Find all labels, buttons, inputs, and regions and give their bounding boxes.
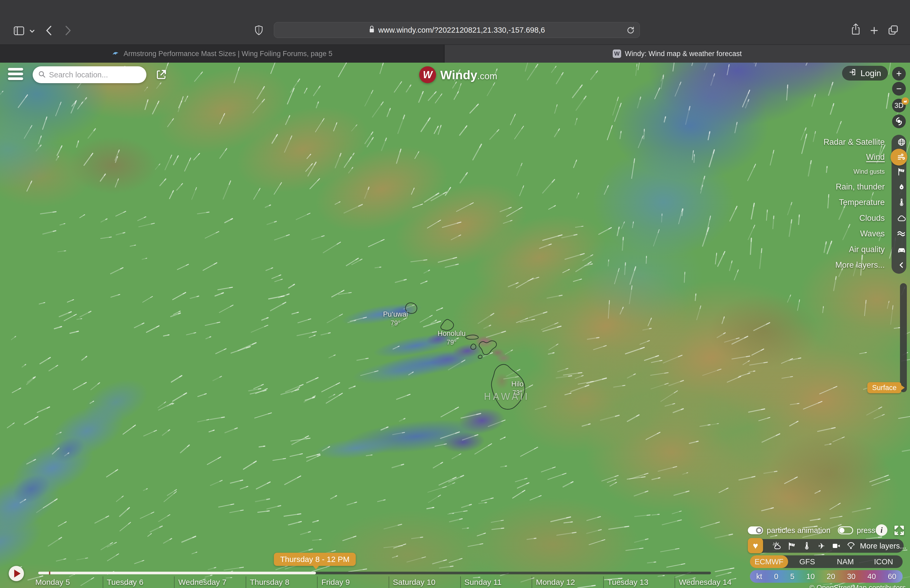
premium-crown-icon	[902, 97, 909, 105]
login-icon	[849, 68, 857, 78]
wave-favicon-icon	[112, 50, 120, 58]
forward-button[interactable]	[65, 25, 72, 36]
scale-tick: 5	[790, 572, 794, 581]
login-button[interactable]: Login	[842, 66, 888, 81]
tabs-overview-icon[interactable]	[888, 25, 899, 35]
layer-item-more-layers[interactable]: More layers...	[742, 258, 910, 272]
timeline-days: Monday 5Tuesday 6Wednesday 7Thursday 8Fr…	[32, 577, 746, 588]
video-camera-icon[interactable]	[829, 539, 844, 553]
timeline-day[interactable]: Sunday 11	[460, 577, 532, 588]
refresh-icon[interactable]	[626, 26, 635, 34]
back-button[interactable]	[45, 25, 52, 36]
model-button-icon[interactable]: ICON	[865, 556, 903, 568]
particles-animation-toggle[interactable]	[748, 527, 763, 534]
paraglider-icon[interactable]	[844, 539, 858, 553]
search-input[interactable]	[49, 71, 148, 79]
windy-favicon-icon: W	[613, 50, 621, 58]
cloud-icon	[897, 213, 907, 223]
layer-item-wind[interactable]: Wind	[742, 150, 910, 164]
layer-label: Temperature	[839, 195, 885, 209]
tab-strip: Armstrong Performance Mast Sizes | Wing …	[0, 45, 910, 63]
windsock-icon[interactable]	[785, 539, 799, 553]
pressure-toggle[interactable]	[838, 527, 853, 534]
model-button-gfs[interactable]: GFS	[788, 556, 826, 568]
timeline-selected-time[interactable]: Thursday 8 - 12 PM	[274, 553, 356, 566]
layer-item-waves[interactable]: Waves	[742, 227, 910, 241]
car-icon	[897, 244, 907, 255]
thermometer-icon[interactable]	[799, 539, 814, 553]
timeline-day[interactable]: Wednesday 14	[675, 577, 746, 588]
scale-tick: 60	[888, 572, 896, 581]
layer-label: Wind	[866, 150, 885, 164]
more-layers-link[interactable]: More layers...	[860, 542, 906, 550]
layer-item-rain-thunder[interactable]: Rain, thunder	[742, 180, 910, 194]
zoom-in-button[interactable]: +	[892, 67, 906, 81]
tab-forum[interactable]: Armstrong Performance Mast Sizes | Wing …	[0, 45, 444, 63]
new-tab-icon[interactable]	[870, 26, 879, 35]
timeline-day[interactable]: Saturday 10	[389, 577, 460, 588]
zoom-out-button[interactable]: −	[892, 82, 906, 95]
timeline-day[interactable]: Tuesday 13	[603, 577, 675, 588]
model-button-nam[interactable]: NAM	[826, 556, 865, 568]
timeline-day[interactable]: Monday 5	[32, 577, 103, 588]
share-link-icon[interactable]	[155, 68, 168, 82]
lock-icon	[369, 25, 375, 35]
forecast-model-selector: ECMWFGFSNAMICON	[750, 556, 903, 568]
quick-layer-bar: ✈ More layers...	[755, 539, 904, 553]
privacy-shield-icon[interactable]	[254, 25, 263, 36]
windy-logo[interactable]: W Windy.com	[419, 66, 497, 83]
altitude-surface-chip[interactable]: Surface	[867, 382, 901, 393]
layer-label: Radar & Satellite	[823, 135, 885, 149]
timeline-day[interactable]: Wednesday 7	[174, 577, 246, 588]
sidebar-toggle-icon[interactable]	[14, 26, 24, 35]
tab-title: Windy: Wind map & weather forecast	[625, 50, 742, 58]
timeline-elapsed	[38, 572, 316, 574]
layer-label: Wind gusts	[853, 165, 885, 178]
partly-cloudy-icon[interactable]	[770, 539, 785, 553]
layer-label: Air quality	[849, 243, 885, 256]
menu-button[interactable]	[8, 68, 23, 80]
browser-toolbar: www.windy.com/?2022120821,21.330,-157.69…	[0, 0, 910, 45]
map-area: Pu‘uwai79° Honolulu79° Hilo73° HAWAII W …	[0, 63, 910, 588]
layer-item-air-quality[interactable]: Air quality	[742, 243, 910, 256]
place-label: Honolulu79°	[432, 329, 471, 346]
favorites-button[interactable]: ♥	[748, 538, 763, 553]
timeline-day[interactable]: Monday 12	[532, 577, 603, 588]
play-button[interactable]	[9, 566, 24, 581]
hurricane-tracker-button[interactable]	[892, 115, 906, 128]
layer-label: Waves	[860, 227, 885, 241]
layer-item-radar-satellite[interactable]: Radar & Satellite	[742, 135, 910, 149]
url-bar[interactable]: www.windy.com/?2022120821,21.330,-157.69…	[274, 22, 640, 38]
share-icon[interactable]	[851, 23, 860, 35]
timeline-day[interactable]: Tuesday 6	[103, 577, 174, 588]
timeline-now-marker	[49, 572, 50, 575]
chevron-left-icon	[897, 260, 907, 270]
model-button-ecmwf[interactable]: ECMWF	[750, 556, 788, 568]
altitude-slider[interactable]	[900, 283, 907, 392]
url-text: www.windy.com/?2022120821,21.330,-157.69…	[378, 26, 545, 34]
scale-tick: 0	[774, 572, 778, 581]
map-attribution[interactable]: © OpenStreetMap contributors	[774, 584, 906, 588]
chevron-down-icon[interactable]	[29, 29, 35, 33]
search-icon	[38, 70, 46, 79]
timeline-day[interactable]: Thursday 8	[246, 577, 317, 588]
plane-icon[interactable]: ✈	[814, 539, 829, 553]
tab-windy[interactable]: W Windy: Wind map & weather forecast	[444, 45, 910, 63]
info-button[interactable]: i	[876, 524, 887, 536]
fullscreen-button[interactable]	[893, 524, 905, 536]
layer-item-temperature[interactable]: Temperature	[742, 195, 910, 209]
layer-label: Clouds	[860, 212, 885, 225]
particles-animation-label: particles animation	[767, 526, 831, 535]
windy-logo-icon: W	[419, 66, 436, 83]
place-label: Hilo73°	[502, 380, 533, 397]
timeline-day[interactable]: Friday 9	[317, 577, 389, 588]
windsock-icon	[897, 166, 907, 177]
scale-unit: kt	[756, 572, 762, 581]
layer-item-clouds[interactable]: Clouds	[742, 212, 910, 225]
tab-title: Armstrong Performance Mast Sizes | Wing …	[123, 50, 332, 58]
place-label: Pu‘uwai79°	[377, 310, 414, 327]
layer-item-wind-gusts[interactable]: Wind gusts	[742, 165, 910, 178]
search-box[interactable]	[33, 66, 146, 83]
droplet-icon	[897, 182, 907, 192]
timeline-track[interactable]	[38, 572, 711, 574]
